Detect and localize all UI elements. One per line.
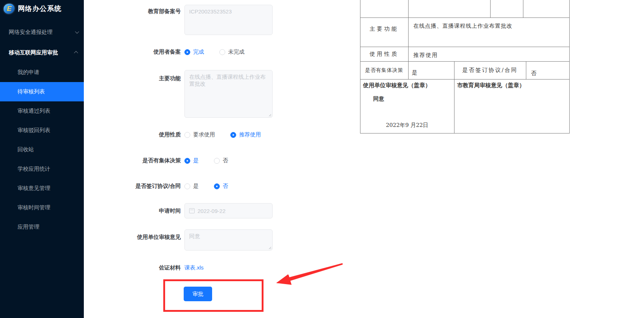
sidebar-submenu: 我的申请 待审核列表 审核通过列表 审核驳回列表 回收站 学校应用统计 审核意见…: [0, 63, 84, 237]
sidebar-group-label: 网络安全通报处理: [9, 29, 52, 36]
doc-cell-collective-decision-label: 是否有集体决策: [360, 61, 408, 79]
field-label: 使用者备案: [102, 49, 181, 55]
sidebar-menu: 网络安全通报处理 移动互联网应用审批 我的申请 待审核列表 审核通过列表 审核驳…: [0, 22, 84, 237]
radio-option-recommended-use[interactable]: 推荐使用: [230, 131, 261, 138]
main-function-textarea[interactable]: 在线点播、直播课程线上作业布置批改: [184, 70, 273, 118]
doc-cell-unit-opinion-date: 2022年9 月22日: [360, 122, 454, 129]
radio-option-no[interactable]: 否: [214, 157, 228, 164]
radio-unselected-icon[interactable]: [219, 49, 225, 55]
radio-option-incomplete[interactable]: 未完成: [219, 49, 245, 55]
doc-cell-collective-decision-value: 是: [412, 69, 417, 76]
radio-selected-icon[interactable]: [184, 158, 190, 164]
calendar-icon: [189, 208, 195, 213]
form-row-contract-signed: 是否签订协议/合同 是 否: [102, 183, 292, 190]
sidebar-item-school-app-statistics[interactable]: 学校应用统计: [0, 159, 84, 179]
field-label: 申请时间: [102, 203, 181, 218]
doc-cell-unit-opinion-value: 同意: [373, 96, 384, 102]
record-number-textarea[interactable]: ICP20023523523: [184, 5, 273, 35]
unit-opinion-textarea[interactable]: 同意: [184, 229, 273, 251]
doc-cell-main-function-value: 在线点播、直播课程线上作业布置批改: [413, 23, 566, 30]
field-label: 佐证材料: [102, 264, 181, 271]
sidebar-item-my-applications[interactable]: 我的申请: [0, 63, 84, 82]
main-function-placeholder: 在线点播、直播课程线上作业布置批改: [189, 74, 266, 87]
sidebar-group-mobile-app-approval[interactable]: 移动互联网应用审批: [0, 42, 84, 63]
annotation-rectangle: [163, 279, 264, 312]
form-row-user-record: 使用者备案 完成 未完成: [102, 49, 292, 55]
sidebar-item-approved-list[interactable]: 审核通过列表: [0, 101, 84, 121]
field-label: 是否有集体决策: [102, 157, 181, 164]
radio-option-yes[interactable]: 是: [184, 183, 199, 190]
doc-grid-line: [526, 61, 526, 79]
apply-time-date-input[interactable]: 2022-09-22: [184, 203, 273, 218]
form-row-main-function: 主要功能 在线点播、直播课程线上作业布置批改: [102, 70, 292, 118]
doc-grid-line: [569, 0, 570, 133]
doc-grid-line: [490, 0, 491, 18]
radio-selected-icon[interactable]: [184, 49, 190, 55]
doc-cell-usage-nature-label: 使用性质: [360, 47, 408, 61]
field-label: 教育部备案号: [102, 5, 181, 35]
sidebar-item-recycle-bin[interactable]: 回收站: [0, 140, 84, 159]
field-label: 使用单位审核意见: [102, 229, 181, 251]
apply-time-value: 2022-09-22: [198, 208, 226, 214]
radio-selected-icon[interactable]: [230, 132, 236, 138]
sidebar-item-rejected-list[interactable]: 审核驳回列表: [0, 121, 84, 140]
field-label: 是否签订协议/合同: [102, 183, 181, 190]
radio-option-required-use[interactable]: 要求使用: [184, 131, 215, 138]
sidebar-item-review-time-management[interactable]: 审核时间管理: [0, 198, 84, 217]
approve-button[interactable]: 审批: [184, 287, 212, 301]
radio-unselected-icon[interactable]: [184, 132, 190, 138]
radio-option-no[interactable]: 否: [214, 183, 228, 190]
doc-cell-contract-value: 否: [531, 70, 536, 77]
form-row-evidence: 佐证材料 课表.xls: [102, 264, 292, 271]
radio-selected-icon[interactable]: [214, 183, 220, 189]
field-label: 使用性质: [102, 131, 181, 138]
field-label: 主要功能: [102, 70, 181, 118]
radio-option-yes[interactable]: 是: [184, 157, 199, 164]
app-logo-icon: E: [4, 4, 15, 14]
form-row-unit-opinion: 使用单位审核意见 同意: [102, 229, 292, 251]
app-title: 网络办公系统: [18, 4, 62, 13]
form-row-apply-time: 申请时间 2022-09-22: [102, 203, 292, 218]
chevron-down-icon: [75, 30, 79, 34]
sidebar: E 网络办公系统 网络安全通报处理 移动互联网应用审批 我的申请 待审核列表 审…: [0, 0, 84, 318]
doc-grid-line: [360, 133, 570, 133]
sidebar-item-app-management[interactable]: 应用管理: [0, 217, 84, 237]
record-number-placeholder: ICP20023523523: [189, 8, 232, 15]
doc-cell-usage-nature-value: 推荐使用: [413, 52, 438, 59]
doc-cell-main-function-label: 主要功能: [360, 18, 408, 40]
chevron-up-icon: [74, 51, 78, 55]
doc-grid-line: [523, 0, 523, 18]
evidence-file-link[interactable]: 课表.xls: [184, 264, 204, 271]
app-root: E 网络办公系统 网络安全通报处理 移动互联网应用审批 我的申请 待审核列表 审…: [0, 0, 644, 318]
sidebar-item-review-opinion-management[interactable]: 审核意见管理: [0, 179, 84, 198]
radio-unselected-icon[interactable]: [214, 158, 220, 164]
form-row-record-number: 教育部备案号 ICP20023523523: [102, 5, 292, 35]
app-logo: E 网络办公系统: [0, 0, 84, 18]
form-row-usage-nature: 使用性质 要求使用 推荐使用: [102, 131, 292, 138]
sidebar-group-network-security-report[interactable]: 网络安全通报处理: [0, 22, 84, 42]
doc-grid-line: [360, 79, 570, 80]
sidebar-item-pending-review-list[interactable]: 待审核列表: [0, 82, 84, 101]
document-preview: 主要功能 在线点播、直播课程线上作业布置批改 使用性质 推荐使用 是否有集体决策…: [360, 0, 570, 133]
radio-option-complete[interactable]: 完成: [184, 49, 204, 55]
doc-cell-bureau-opinion-header: 市教育局审核意见（盖章）: [457, 82, 525, 89]
sidebar-group-label: 移动互联网应用审批: [9, 49, 58, 56]
radio-unselected-icon[interactable]: [184, 183, 190, 189]
doc-cell-contract-label: 是否签订协议/合同: [454, 61, 526, 79]
doc-cell-unit-opinion-header: 使用单位审核意见（盖章）: [363, 82, 431, 89]
unit-opinion-placeholder: 同意: [189, 233, 200, 239]
doc-grid-line: [408, 0, 409, 79]
form-row-collective-decision: 是否有集体决策 是 否: [102, 157, 292, 164]
